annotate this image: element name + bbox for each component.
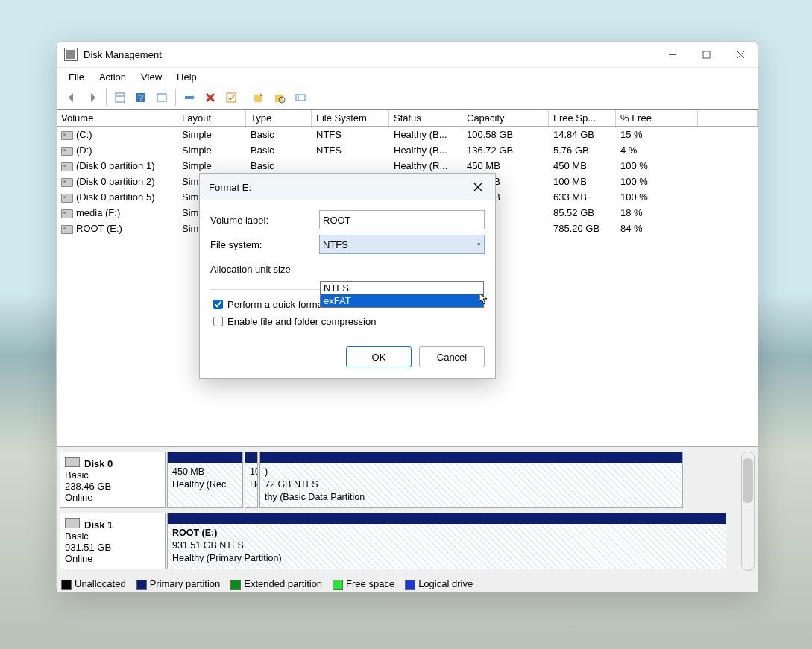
quick-format-checkbox[interactable] [213, 300, 223, 309]
svg-rect-1 [703, 51, 710, 58]
svg-marker-12 [192, 95, 195, 101]
legend: Unallocated Primary partition Extended p… [61, 578, 473, 590]
cancel-button[interactable]: Cancel [419, 346, 485, 367]
titlebar: Disk Management [57, 42, 758, 67]
volume-icon [61, 147, 73, 156]
volume-icon [61, 162, 73, 171]
svg-marker-5 [91, 93, 95, 102]
legend-primary: Primary partition [150, 578, 221, 589]
volume-row[interactable]: (D:)SimpleBasicNTFSHealthy (B...136.72 G… [57, 142, 758, 158]
filesystem-select[interactable]: NTFS ▾ [319, 235, 485, 254]
disk-icon [65, 518, 80, 528]
disk-icon [65, 457, 80, 467]
svg-rect-10 [157, 94, 166, 101]
svg-rect-15 [227, 93, 236, 102]
filesystem-label: File system: [210, 239, 319, 250]
svg-marker-17 [260, 93, 263, 96]
compression-check[interactable]: Enable file and folder compression [210, 314, 485, 329]
menu-file[interactable]: File [61, 70, 92, 84]
svg-rect-6 [116, 93, 125, 102]
col-filesystem[interactable]: File System [312, 110, 389, 126]
partition-block[interactable]: ROOT (E:)931.51 GB NTFSHealthy (Primary … [167, 513, 726, 569]
toolbar: ? [57, 86, 758, 110]
filesystem-dropdown: NTFS exFAT [320, 281, 484, 308]
dialog-close-button[interactable] [467, 177, 489, 197]
refresh-view-button[interactable] [153, 89, 171, 107]
nav-back-button[interactable] [63, 89, 81, 107]
action-a-button[interactable] [250, 89, 268, 107]
delete-button[interactable] [201, 89, 219, 107]
volume-label-input[interactable] [319, 210, 485, 229]
svg-text:?: ? [139, 93, 143, 102]
svg-rect-11 [185, 96, 192, 99]
volume-label-label: Volume label: [210, 215, 319, 226]
disk-info[interactable]: Disk 1Basic931.51 GBOnline [60, 513, 166, 569]
close-button[interactable] [723, 42, 758, 67]
layout-scrollbar[interactable] [741, 452, 755, 571]
col-spacer [698, 110, 758, 126]
window-title: Disk Management [84, 49, 162, 60]
chevron-down-icon: ▾ [477, 241, 481, 248]
disk-row: Disk 0Basic238.46 GBOnline450 MBHealthy … [60, 452, 755, 508]
filesystem-option-ntfs[interactable]: NTFS [321, 282, 483, 294]
partition-block[interactable]: )72 GB NTFSthy (Basic Data Partition [259, 452, 683, 508]
menu-view[interactable]: View [133, 70, 169, 84]
col-type[interactable]: Type [246, 110, 312, 126]
compression-checkbox[interactable] [213, 317, 223, 326]
maximize-button[interactable] [689, 42, 723, 67]
volume-icon [61, 209, 73, 218]
volume-icon [61, 178, 73, 187]
col-capacity[interactable]: Capacity [462, 110, 549, 126]
menu-action[interactable]: Action [92, 70, 133, 84]
disk-info[interactable]: Disk 0Basic238.46 GBOnline [60, 452, 166, 508]
disk-row: Disk 1Basic931.51 GBOnlineROOT (E:)931.5… [60, 513, 755, 569]
col-pctfree[interactable]: % Free [616, 110, 698, 126]
dialog-title: Format E: [209, 182, 251, 193]
filesystem-value: NTFS [323, 239, 348, 250]
refresh-button[interactable] [180, 89, 198, 107]
help-button[interactable]: ? [132, 89, 150, 107]
allocation-label: Allocation unit size: [210, 264, 319, 275]
legend-free: Free space [346, 578, 394, 589]
settings-button[interactable] [292, 89, 309, 107]
partition-block[interactable]: 10He [245, 452, 258, 508]
volume-icon [61, 225, 73, 234]
app-icon [64, 48, 78, 61]
volume-row[interactable]: (C:)SimpleBasicNTFSHealthy (B...100.58 G… [57, 127, 758, 142]
compression-label: Enable file and folder compression [227, 316, 376, 327]
nav-forward-button[interactable] [84, 89, 101, 107]
partition-block[interactable]: 450 MBHealthy (Rec [167, 452, 243, 508]
disk-layout-pane: Disk 0Basic238.46 GBOnline450 MBHealthy … [57, 446, 758, 592]
volume-column-headers: Volume Layout Type File System Status Ca… [57, 110, 758, 127]
filesystem-option-exfat[interactable]: exFAT [321, 294, 483, 307]
svg-rect-20 [296, 95, 305, 101]
col-free[interactable]: Free Sp... [549, 110, 616, 126]
dialog-titlebar: Format E: [200, 174, 495, 200]
col-volume[interactable]: Volume [57, 110, 177, 126]
menubar: File Action View Help [57, 67, 758, 86]
legend-logical: Logical drive [418, 578, 473, 589]
legend-unallocated: Unallocated [75, 578, 126, 589]
volume-icon [61, 131, 73, 140]
ok-button[interactable]: OK [346, 346, 412, 367]
col-status[interactable]: Status [389, 110, 462, 126]
action-b-button[interactable] [271, 89, 289, 107]
format-dialog: Format E: Volume label: File system: NTF… [199, 173, 496, 379]
minimize-button[interactable] [655, 42, 689, 67]
legend-extended: Extended partition [244, 578, 322, 589]
svg-marker-4 [69, 93, 73, 102]
quick-format-label: Perform a quick format [227, 299, 326, 310]
col-layout[interactable]: Layout [177, 110, 246, 126]
properties-button[interactable] [222, 89, 240, 107]
show-hide-console-button[interactable] [111, 89, 129, 107]
volume-icon [61, 194, 73, 203]
menu-help[interactable]: Help [169, 70, 204, 84]
volume-row[interactable]: (Disk 0 partition 1)SimpleBasicHealthy (… [57, 158, 758, 174]
